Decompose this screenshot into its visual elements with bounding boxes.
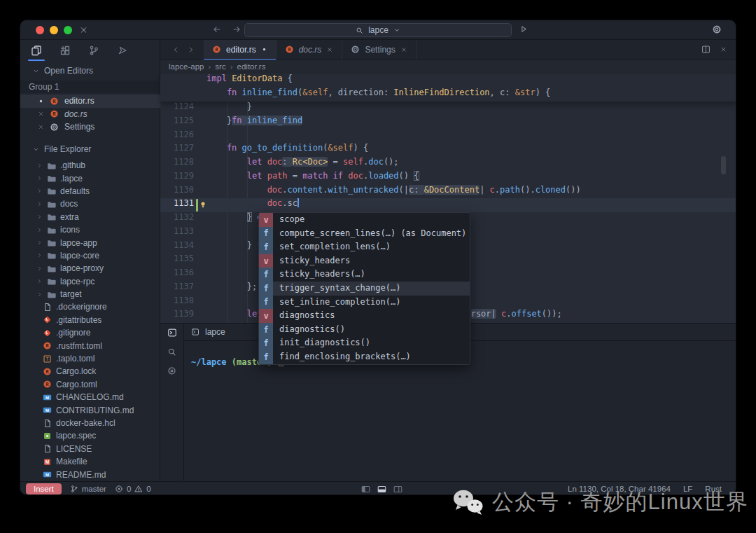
open-editors-header[interactable]: Open Editors bbox=[20, 64, 160, 78]
folder-target[interactable]: target bbox=[20, 288, 160, 300]
terminal-panel-icon[interactable] bbox=[167, 328, 177, 338]
completion-item[interactable]: vscope bbox=[259, 213, 470, 227]
folder-extra[interactable]: extra bbox=[20, 211, 160, 223]
code-line-1124[interactable]: 1124} bbox=[160, 102, 736, 116]
completion-item[interactable]: vdiagnostics bbox=[259, 309, 470, 323]
chevron-down-icon bbox=[33, 146, 39, 153]
code-line-1129[interactable]: 1129let path = match if doc.loaded() { bbox=[160, 171, 736, 185]
editor-label: Settings bbox=[64, 122, 94, 132]
file-docker-bake.hcl[interactable]: docker-bake.hcl bbox=[20, 417, 160, 429]
toggle-right-panel-icon[interactable] bbox=[393, 485, 402, 494]
close-icon[interactable] bbox=[38, 111, 44, 117]
close-editor-icon[interactable] bbox=[720, 45, 727, 54]
sticky-line-0[interactable]: impl EditorData { bbox=[160, 74, 736, 88]
error-count: 0 bbox=[127, 485, 131, 493]
open-editor-editor.rs[interactable]: Reditor.rs bbox=[20, 95, 160, 108]
toggle-left-panel-icon[interactable] bbox=[361, 485, 370, 494]
split-editor-icon[interactable] bbox=[701, 45, 710, 54]
code-line-1126[interactable]: 1126 bbox=[160, 130, 736, 144]
code-line-1127[interactable]: 1127fn go_to_definition(&self) { bbox=[160, 143, 736, 157]
close-tab-icon[interactable] bbox=[326, 46, 333, 53]
maximize-window-button[interactable] bbox=[64, 26, 72, 34]
completion-item[interactable]: ftrigger_syntax_change(…) bbox=[259, 282, 470, 296]
completion-item[interactable]: fcompute_screen_lines(…) (as Document) bbox=[259, 227, 470, 241]
completion-item[interactable]: fset_inline_completion(…) bbox=[259, 296, 470, 310]
folder-lapce-app[interactable]: lapce-app bbox=[20, 236, 160, 249]
folder-.github[interactable]: .github bbox=[20, 159, 160, 172]
tab-Settings[interactable]: Settings bbox=[342, 40, 416, 60]
file-.taplo.toml[interactable]: T.taplo.toml bbox=[20, 352, 160, 365]
breadcrumb-part[interactable]: lapce-app bbox=[169, 62, 204, 71]
settings-gear-icon[interactable] bbox=[712, 25, 722, 34]
file-Cargo.lock[interactable]: RCargo.lock bbox=[20, 365, 160, 378]
code-line-1130[interactable]: 1130doc.content.with_untracked(|c: &DocC… bbox=[160, 185, 736, 199]
completion-item[interactable]: vsticky_headers bbox=[259, 254, 470, 268]
file-CONTRIBUTING.md[interactable]: MCONTRIBUTING.md bbox=[20, 403, 160, 416]
file-.dockerignore[interactable]: .dockerignore bbox=[20, 300, 160, 313]
branch-indicator[interactable]: master bbox=[70, 485, 106, 493]
activity-explorer[interactable] bbox=[27, 40, 46, 61]
file-.gitattributes[interactable]: .gitattributes bbox=[20, 314, 160, 326]
folder-defaults[interactable]: defaults bbox=[20, 185, 160, 198]
open-editor-Settings[interactable]: Settings bbox=[20, 120, 160, 134]
folder-lapce-proxy[interactable]: lapce-proxy bbox=[20, 262, 160, 275]
history-back-icon[interactable] bbox=[212, 25, 222, 34]
completion-item[interactable]: fsticky_headers(…) bbox=[259, 268, 470, 282]
file-LICENSE[interactable]: LICENSE bbox=[20, 443, 160, 455]
breadcrumb[interactable]: lapce-app›src›editor.rs bbox=[160, 60, 736, 74]
folder-icons[interactable]: icons bbox=[20, 223, 160, 236]
folder-lapce-rpc[interactable]: lapce-rpc bbox=[20, 275, 160, 288]
file-README.md[interactable]: MREADME.md bbox=[20, 468, 160, 480]
breadcrumb-part[interactable]: editor.rs bbox=[237, 62, 266, 71]
file-lapce.spec[interactable]: lapce.spec bbox=[20, 429, 160, 442]
code-line-1128[interactable]: 1128let doc: Rc<Doc> = self.doc(); bbox=[160, 157, 736, 171]
scrollbar-thumb[interactable] bbox=[721, 156, 726, 174]
modified-dot-icon[interactable] bbox=[261, 46, 267, 53]
open-editor-doc.rs[interactable]: Rdoc.rs bbox=[20, 108, 160, 121]
completion-label: init_diagnostics() bbox=[273, 336, 370, 350]
completion-item[interactable]: fset_completion_lens(…) bbox=[259, 240, 470, 254]
mode-badge[interactable]: Insert bbox=[26, 483, 62, 494]
diagnostics-indicator[interactable]: 0 0 bbox=[115, 485, 151, 493]
chevron-right-icon bbox=[36, 175, 43, 181]
tab-editor.rs[interactable]: Reditor.rs bbox=[204, 40, 276, 60]
code-line-1131[interactable]: 1131doc.sc bbox=[160, 198, 736, 212]
file-label: Makefile bbox=[56, 457, 88, 466]
file-.gitignore[interactable]: .gitignore bbox=[20, 326, 160, 339]
folder-icon bbox=[47, 226, 56, 235]
file-CHANGELOG.md[interactable]: MCHANGELOG.md bbox=[20, 391, 160, 403]
close-window-button[interactable] bbox=[36, 26, 44, 34]
folder-lapce-core[interactable]: lapce-core bbox=[20, 249, 160, 262]
file-Cargo.toml[interactable]: RCargo.toml bbox=[20, 378, 160, 391]
completion-item[interactable]: finit_diagnostics() bbox=[259, 336, 470, 350]
tab-forward-icon[interactable] bbox=[187, 46, 195, 54]
file-Makefile[interactable]: MMakefile bbox=[20, 455, 160, 468]
folder-docs[interactable]: docs bbox=[20, 198, 160, 210]
tab-doc.rs[interactable]: Rdoc.rs bbox=[276, 40, 343, 60]
code-line-1125[interactable]: 1125}fn inline_find bbox=[160, 116, 736, 130]
folder-.lapce[interactable]: .lapce bbox=[20, 172, 160, 184]
history-forward-icon[interactable] bbox=[232, 25, 241, 34]
minimize-window-button[interactable] bbox=[50, 26, 58, 34]
activity-source-control[interactable] bbox=[85, 40, 103, 61]
breadcrumb-part[interactable]: src bbox=[215, 62, 225, 71]
completion-item[interactable]: fdiagnostics() bbox=[259, 323, 470, 337]
chevron-right-icon bbox=[36, 188, 43, 194]
toggle-bottom-panel-icon[interactable] bbox=[377, 485, 386, 494]
tab-back-icon[interactable] bbox=[172, 46, 180, 54]
close-tab-icon[interactable] bbox=[400, 46, 407, 53]
search-panel-icon[interactable] bbox=[167, 347, 176, 357]
file-explorer-header[interactable]: File Explorer bbox=[20, 142, 160, 156]
titlebar[interactable]: lapce bbox=[20, 20, 736, 40]
activity-debug[interactable] bbox=[113, 40, 132, 61]
problems-panel-icon[interactable] bbox=[167, 366, 176, 375]
close-icon[interactable] bbox=[38, 124, 44, 130]
completion-item[interactable]: ffind_enclosing_brackets(…) bbox=[259, 350, 470, 364]
run-icon[interactable] bbox=[519, 25, 528, 34]
workspace-switcher[interactable]: lapce bbox=[244, 23, 512, 37]
code-text: } el bbox=[194, 212, 267, 226]
sticky-line-1[interactable]: fn inline_find(&self, direction: InlineF… bbox=[160, 88, 736, 102]
file-.rustfmt.toml[interactable]: R.rustfmt.toml bbox=[20, 339, 160, 352]
modified-dot-icon[interactable] bbox=[38, 98, 44, 104]
activity-plugins[interactable] bbox=[56, 40, 74, 61]
